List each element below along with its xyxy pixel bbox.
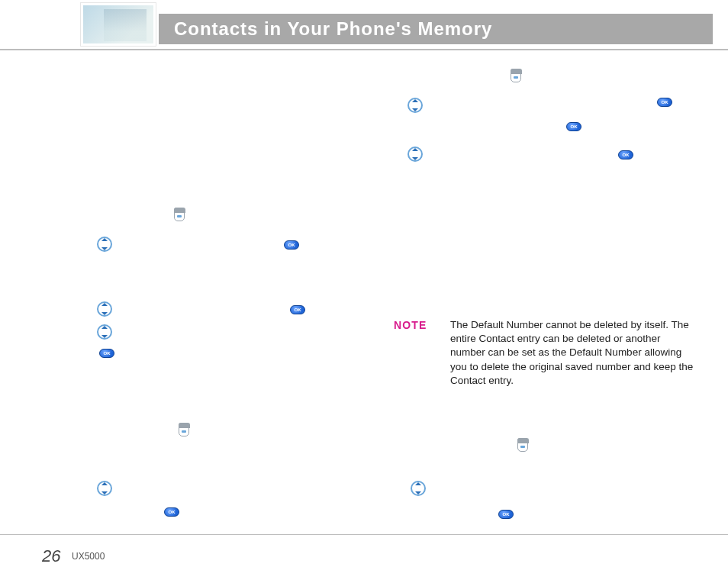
rule-bottom bbox=[0, 534, 728, 535]
nav-ring-icon bbox=[407, 147, 423, 162]
send-key-icon bbox=[179, 423, 189, 436]
model-code: UX5000 bbox=[72, 551, 105, 562]
nav-ring-icon bbox=[97, 324, 112, 340]
ok-button-icon bbox=[290, 305, 305, 314]
ok-button-icon bbox=[498, 510, 514, 519]
send-key-icon bbox=[511, 69, 521, 82]
note-body: The Default Number cannot be deleted by … bbox=[450, 318, 694, 388]
ok-button-icon bbox=[566, 122, 581, 131]
send-key-icon bbox=[174, 208, 185, 221]
page-title: Contacts in Your Phone's Memory bbox=[174, 18, 492, 40]
page-number: 26 bbox=[42, 546, 60, 566]
ok-button-icon bbox=[657, 98, 672, 107]
nav-ring-icon bbox=[97, 481, 112, 496]
nav-ring-icon bbox=[407, 98, 423, 113]
page-title-banner: Contacts in Your Phone's Memory bbox=[159, 14, 713, 44]
ok-button-icon bbox=[164, 507, 179, 517]
ok-button-icon bbox=[618, 150, 633, 159]
ok-button-icon bbox=[99, 349, 114, 358]
ok-button-icon bbox=[284, 240, 299, 250]
send-key-icon bbox=[517, 438, 528, 452]
header-photo bbox=[81, 3, 156, 46]
rule-top bbox=[0, 49, 728, 50]
nav-ring-icon bbox=[97, 237, 112, 252]
nav-ring-icon bbox=[97, 301, 112, 317]
nav-ring-icon bbox=[411, 481, 426, 496]
note-label: NOTE bbox=[394, 318, 427, 332]
